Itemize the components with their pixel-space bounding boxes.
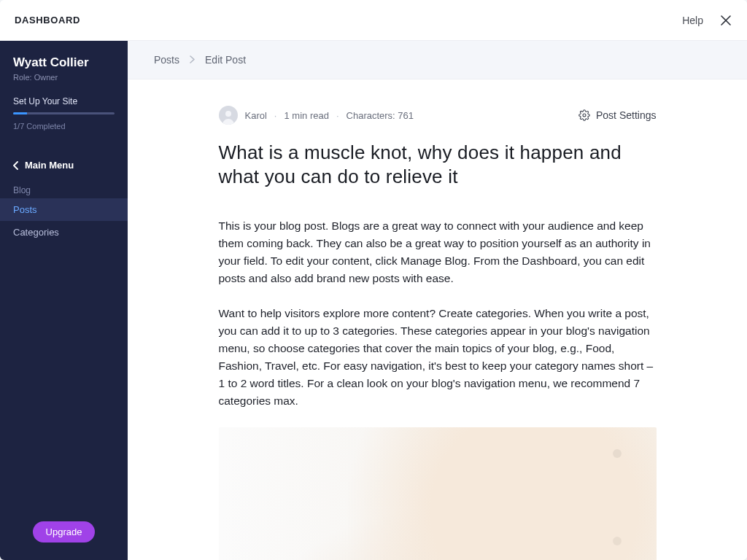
- post-char-count: Characters: 761: [347, 110, 414, 121]
- sidebar-back-label: Main Menu: [25, 160, 74, 171]
- top-bar: DASHBOARD Help: [0, 0, 747, 41]
- post-title[interactable]: What is a muscle knot, why does it happe…: [219, 141, 657, 188]
- editor-inner: Karol · 1 min read · Characters: 761 Pos…: [219, 106, 657, 560]
- body-row: Wyatt Collier Role: Owner Set Up Your Si…: [0, 41, 747, 560]
- sidebar-progress-fill: [13, 112, 27, 114]
- upgrade-button[interactable]: Upgrade: [33, 521, 96, 542]
- chevron-right-icon: [190, 55, 195, 63]
- editor-panel: Karol · 1 min read · Characters: 761 Pos…: [128, 79, 747, 560]
- main-column: Posts Edit Post Karol · 1: [128, 41, 747, 560]
- author-avatar: [219, 106, 238, 125]
- close-button[interactable]: [719, 14, 732, 27]
- meta-dot-icon: ·: [336, 110, 339, 121]
- sidebar-user-role: Role: Owner: [13, 73, 115, 82]
- svg-point-3: [583, 114, 586, 117]
- close-icon: [721, 15, 731, 26]
- post-paragraph[interactable]: This is your blog post. Blogs are a grea…: [219, 217, 657, 287]
- post-paragraph[interactable]: Want to help visitors explore more conte…: [219, 305, 657, 410]
- post-settings-label: Post Settings: [596, 109, 657, 121]
- post-read-time: 1 min read: [284, 110, 328, 121]
- post-body[interactable]: This is your blog post. Blogs are a grea…: [219, 217, 657, 410]
- sidebar-back-main-menu[interactable]: Main Menu: [0, 160, 128, 171]
- breadcrumb-separator-icon: [190, 54, 195, 66]
- breadcrumb-current: Edit Post: [205, 54, 246, 66]
- sidebar-user-block: Wyatt Collier Role: Owner Set Up Your Si…: [0, 55, 128, 131]
- sidebar: Wyatt Collier Role: Owner Set Up Your Si…: [0, 41, 128, 560]
- sidebar-item-categories[interactable]: Categories: [0, 221, 128, 244]
- app-window: DASHBOARD Help Wyatt Collier Role: Owner…: [0, 0, 747, 560]
- help-link[interactable]: Help: [682, 15, 703, 26]
- sidebar-progress-track: [13, 112, 115, 114]
- svg-point-2: [225, 111, 231, 117]
- person-icon: [221, 109, 236, 125]
- gear-icon: [578, 109, 590, 121]
- post-featured-image[interactable]: [219, 427, 657, 560]
- chevron-left-icon: [13, 161, 19, 170]
- sidebar-user-name: Wyatt Collier: [13, 55, 115, 70]
- sidebar-progress-label: 1/7 Completed: [13, 122, 115, 131]
- app-title: DASHBOARD: [15, 15, 80, 26]
- breadcrumb: Posts Edit Post: [128, 41, 747, 79]
- sidebar-item-posts[interactable]: Posts: [0, 198, 128, 221]
- post-settings-button[interactable]: Post Settings: [578, 109, 657, 121]
- post-author: Karol: [245, 110, 267, 121]
- top-bar-right: Help: [682, 14, 732, 27]
- post-meta-left: Karol · 1 min read · Characters: 761: [219, 106, 414, 125]
- sidebar-spacer: [0, 244, 128, 521]
- sidebar-item-blog[interactable]: Blog: [0, 182, 128, 198]
- post-meta-row: Karol · 1 min read · Characters: 761 Pos…: [219, 106, 657, 125]
- sidebar-nav: Blog Posts Categories: [0, 182, 128, 244]
- sidebar-setup-label[interactable]: Set Up Your Site: [13, 96, 115, 106]
- breadcrumb-root[interactable]: Posts: [154, 54, 179, 66]
- meta-dot-icon: ·: [274, 110, 277, 121]
